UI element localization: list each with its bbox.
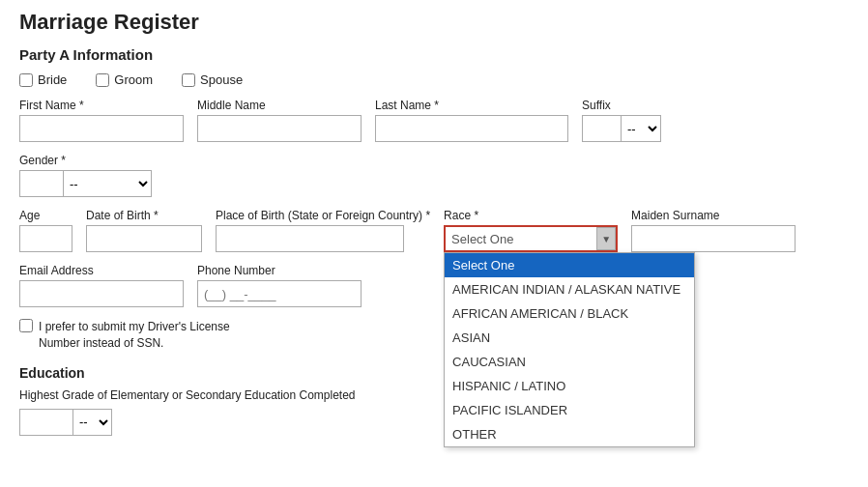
education-label: Highest Grade of Elementary or Secondary… [19,388,849,402]
education-section: Education Highest Grade of Elementary or… [19,365,849,436]
contact-row: Email Address Phone Number [19,264,849,307]
first-name-input[interactable] [19,115,184,142]
education-group: Highest Grade of Elementary or Secondary… [19,388,849,436]
party-a-section: Party A Information Bride Groom Spouse F… [19,46,849,352]
race-option-african-american[interactable]: AFRICAN AMERICAN / BLACK [445,301,694,326]
bride-label: Bride [38,72,67,87]
maiden-surname-label: Maiden Surname [631,209,796,222]
race-selected-value: Select One [451,232,596,246]
last-name-input[interactable] [375,115,568,142]
details-row: Age Date of Birth * Place of Birth (Stat… [19,209,849,252]
place-of-birth-label: Place of Birth (State or Foreign Country… [216,209,430,222]
gender-text-input[interactable]: -- [19,170,63,197]
preferred-label: I prefer to submit my Driver's License N… [39,319,251,352]
first-name-label: First Name * [19,99,184,112]
race-container: Select One ▼ Select One AMERICAN INDIAN … [444,225,618,252]
suffix-group: Suffix -- -- Jr. Sr. II III [582,99,661,142]
groom-label: Groom [114,72,153,87]
bride-checkbox[interactable] [19,73,33,87]
suffix-select[interactable]: -- Jr. Sr. II III [621,115,661,142]
groom-checkbox[interactable] [96,73,109,87]
race-group: Race * Select One ▼ Select One AMERICAN … [444,209,618,252]
gender-group: Gender * -- -- Male Female Non-Binary [19,154,152,197]
race-option-asian[interactable]: ASIAN [445,326,694,350]
last-name-group: Last Name * [375,99,568,142]
gender-row: Gender * -- -- Male Female Non-Binary [19,154,849,197]
email-group: Email Address [19,264,184,307]
education-select-wrap: -- -- 1 2 3 4 5 6 7 8 9 10 11 12 [19,409,849,436]
race-option-hispanic[interactable]: HISPANIC / LATINO [445,374,694,398]
race-dropdown-arrow[interactable]: ▼ [596,227,616,250]
dob-input[interactable] [86,225,202,252]
party-a-heading: Party A Information [19,46,849,63]
preferred-checkbox[interactable] [19,319,33,332]
race-dropdown: Select One AMERICAN INDIAN / ALASKAN NAT… [444,252,695,447]
suffix-wrap: -- -- Jr. Sr. II III [582,115,661,142]
name-row: First Name * Middle Name Last Name * Suf… [19,99,849,142]
spouse-checkbox[interactable] [182,73,195,87]
dob-label: Date of Birth * [86,209,202,222]
middle-name-input[interactable] [197,115,362,142]
dob-group: Date of Birth * [86,209,202,252]
last-name-label: Last Name * [375,99,568,112]
age-group: Age [19,209,72,252]
maiden-surname-input[interactable] [631,225,796,252]
suffix-text-input[interactable]: -- [582,115,621,142]
race-option-caucasian[interactable]: CAUCASIAN [445,350,694,374]
bride-option[interactable]: Bride [19,72,67,87]
race-option-pacific-islander[interactable]: PACIFIC ISLANDER [445,398,694,422]
middle-name-label: Middle Name [197,99,362,112]
gender-select[interactable]: -- Male Female Non-Binary [63,170,152,197]
phone-group: Phone Number [197,264,362,307]
place-of-birth-group: Place of Birth (State or Foreign Country… [216,209,430,252]
education-text-input[interactable]: -- [19,409,72,436]
race-select-display[interactable]: Select One ▼ [444,225,618,252]
page-title: Marriage Register [19,10,849,35]
education-select[interactable]: -- 1 2 3 4 5 6 7 8 9 10 11 12 [72,409,112,436]
email-input[interactable] [19,280,184,307]
race-label: Race * [444,209,618,222]
email-label: Email Address [19,264,184,277]
age-label: Age [19,209,72,222]
suffix-label: Suffix [582,99,661,112]
place-of-birth-input[interactable] [216,225,404,252]
groom-option[interactable]: Groom [96,72,153,87]
race-option-select-one[interactable]: Select One [445,253,694,277]
first-name-group: First Name * [19,99,184,142]
party-type-row: Bride Groom Spouse [19,72,849,87]
race-option-american-indian[interactable]: AMERICAN INDIAN / ALASKAN NATIVE [445,277,694,301]
education-heading: Education [19,365,849,381]
spouse-label: Spouse [200,72,243,87]
phone-label: Phone Number [197,264,362,277]
gender-label: Gender * [19,154,152,167]
preferred-row: I prefer to submit my Driver's License N… [19,319,849,352]
phone-input[interactable] [197,280,362,307]
race-option-other[interactable]: OTHER [445,422,694,446]
middle-name-group: Middle Name [197,99,362,142]
gender-wrap: -- -- Male Female Non-Binary [19,170,152,197]
maiden-surname-group: Maiden Surname [631,209,796,252]
age-input[interactable] [19,225,72,252]
spouse-option[interactable]: Spouse [182,72,243,87]
